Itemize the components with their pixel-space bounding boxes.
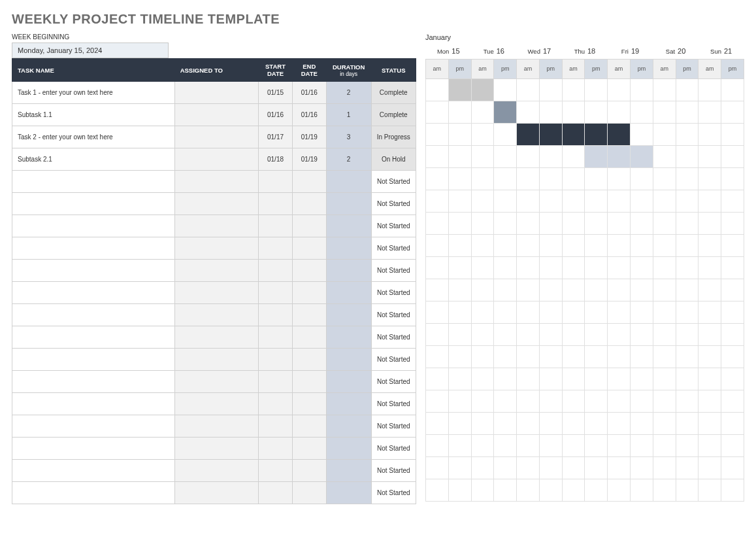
task-name-cell[interactable] (12, 460, 175, 482)
gantt-cell[interactable] (721, 101, 744, 123)
gantt-cell[interactable] (653, 101, 676, 123)
gantt-cell[interactable] (585, 390, 608, 412)
end-date-cell[interactable] (292, 215, 326, 237)
end-date-cell[interactable] (292, 393, 326, 415)
start-date-cell[interactable] (259, 215, 293, 237)
end-date-cell[interactable] (292, 415, 326, 438)
gantt-cell[interactable] (608, 279, 631, 301)
gantt-cell[interactable] (676, 345, 698, 368)
status-cell[interactable]: Complete (371, 104, 416, 126)
duration-cell[interactable] (326, 371, 371, 393)
gantt-cell[interactable] (721, 212, 744, 234)
gantt-cell[interactable] (653, 145, 676, 167)
gantt-cell[interactable] (608, 368, 631, 390)
start-date-cell[interactable] (259, 460, 293, 482)
gantt-cell[interactable] (721, 190, 744, 212)
gantt-cell[interactable] (425, 167, 448, 190)
gantt-cell[interactable] (494, 279, 517, 301)
assigned-cell[interactable] (174, 82, 258, 104)
gantt-cell[interactable] (448, 190, 471, 212)
gantt-cell[interactable] (585, 190, 608, 212)
status-cell[interactable]: Not Started (371, 371, 416, 393)
gantt-cell[interactable] (539, 412, 562, 434)
gantt-cell[interactable] (653, 434, 676, 456)
duration-cell[interactable] (326, 438, 371, 460)
gantt-cell[interactable] (698, 412, 721, 434)
gantt-cell[interactable] (539, 390, 562, 412)
gantt-cell[interactable] (494, 212, 517, 234)
gantt-cell[interactable] (676, 456, 698, 479)
end-date-cell[interactable] (292, 482, 326, 504)
gantt-cell[interactable] (721, 256, 744, 279)
gantt-cell[interactable] (608, 101, 631, 123)
gantt-cell[interactable] (562, 190, 585, 212)
gantt-cell[interactable] (562, 101, 585, 123)
assigned-cell[interactable] (174, 126, 258, 148)
end-date-cell[interactable] (292, 326, 326, 349)
gantt-cell[interactable] (653, 123, 676, 145)
gantt-cell[interactable] (653, 190, 676, 212)
gantt-cell[interactable] (631, 390, 653, 412)
gantt-cell[interactable] (585, 234, 608, 256)
gantt-cell[interactable] (721, 145, 744, 167)
gantt-cell[interactable] (653, 323, 676, 345)
gantt-cell[interactable] (676, 301, 698, 323)
gantt-cell[interactable] (676, 190, 698, 212)
gantt-cell[interactable] (562, 234, 585, 256)
gantt-cell[interactable] (425, 368, 448, 390)
gantt-cell[interactable] (494, 434, 517, 456)
gantt-cell[interactable] (494, 390, 517, 412)
status-cell[interactable]: Not Started (371, 215, 416, 237)
gantt-cell[interactable] (425, 345, 448, 368)
end-date-cell[interactable]: 01/16 (292, 104, 326, 126)
duration-cell[interactable]: 2 (326, 148, 371, 171)
gantt-cell[interactable] (562, 456, 585, 479)
gantt-cell[interactable] (562, 390, 585, 412)
duration-cell[interactable] (326, 349, 371, 371)
gantt-cell[interactable] (494, 78, 517, 101)
gantt-cell[interactable] (539, 190, 562, 212)
gantt-cell[interactable] (539, 301, 562, 323)
gantt-cell[interactable] (631, 78, 653, 101)
gantt-cell[interactable] (517, 78, 540, 101)
gantt-cell[interactable] (631, 368, 653, 390)
gantt-cell[interactable] (448, 479, 471, 501)
gantt-cell[interactable] (608, 412, 631, 434)
gantt-cell[interactable] (425, 279, 448, 301)
gantt-cell[interactable] (448, 323, 471, 345)
gantt-cell[interactable] (653, 78, 676, 101)
assigned-cell[interactable] (174, 193, 258, 215)
gantt-cell[interactable] (425, 212, 448, 234)
gantt-cell[interactable] (698, 234, 721, 256)
end-date-cell[interactable] (292, 349, 326, 371)
gantt-cell[interactable] (494, 412, 517, 434)
gantt-cell[interactable] (517, 456, 540, 479)
task-name-cell[interactable]: Task 1 - enter your own text here (12, 82, 175, 104)
status-cell[interactable]: Not Started (371, 171, 416, 193)
gantt-cell[interactable] (494, 323, 517, 345)
gantt-cell[interactable] (721, 301, 744, 323)
gantt-cell[interactable] (585, 345, 608, 368)
gantt-cell[interactable] (676, 256, 698, 279)
gantt-cell[interactable] (425, 101, 448, 123)
gantt-cell[interactable] (676, 123, 698, 145)
gantt-cell[interactable] (631, 190, 653, 212)
gantt-cell[interactable] (698, 212, 721, 234)
gantt-cell[interactable] (608, 145, 631, 167)
assigned-cell[interactable] (174, 482, 258, 504)
gantt-cell[interactable] (676, 323, 698, 345)
start-date-cell[interactable] (259, 438, 293, 460)
gantt-cell[interactable] (494, 145, 517, 167)
status-cell[interactable]: Not Started (371, 415, 416, 438)
gantt-cell[interactable] (448, 78, 471, 101)
gantt-cell[interactable] (448, 101, 471, 123)
gantt-cell[interactable] (676, 368, 698, 390)
gantt-cell[interactable] (448, 301, 471, 323)
task-name-cell[interactable]: Subtask 1.1 (12, 104, 175, 126)
task-name-cell[interactable] (12, 326, 175, 349)
gantt-cell[interactable] (539, 234, 562, 256)
gantt-cell[interactable] (631, 256, 653, 279)
gantt-cell[interactable] (698, 167, 721, 190)
status-cell[interactable]: Not Started (371, 438, 416, 460)
gantt-cell[interactable] (494, 345, 517, 368)
